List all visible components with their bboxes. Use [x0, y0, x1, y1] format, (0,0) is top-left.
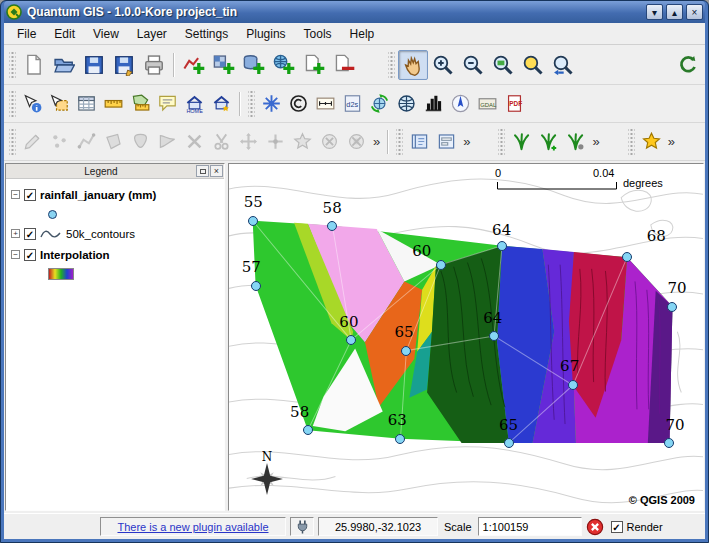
legend-layer-1[interactable]: −✓rainfall_january (mm)	[8, 184, 222, 205]
form-annotation-icon[interactable]	[433, 128, 460, 155]
minimize-button[interactable]: ▾	[646, 4, 663, 20]
zoom-last-icon[interactable]	[548, 50, 578, 80]
menu-file[interactable]: File	[8, 24, 45, 44]
identify-icon[interactable]	[19, 90, 46, 117]
titlebar[interactable]: Quantum GIS - 1.0.0-Kore project_tin ▾ ▴…	[4, 1, 705, 23]
render-checkbox[interactable]: ✓	[611, 521, 623, 533]
menu-tools[interactable]: Tools	[295, 24, 341, 44]
zoom-in-icon[interactable]	[428, 50, 458, 80]
ogr-converter-icon[interactable]	[366, 90, 393, 117]
toolbar-drag-handle[interactable]	[628, 129, 635, 155]
print-icon[interactable]	[139, 50, 169, 80]
select-features-icon[interactable]	[46, 90, 73, 117]
layer-visibility-checkbox[interactable]: ✓	[24, 189, 36, 201]
gdal-tools-icon[interactable]: GDAL	[474, 90, 501, 117]
panel-close-button[interactable]	[210, 165, 223, 177]
capture-polygon-icon[interactable]	[100, 128, 127, 155]
menu-plugins[interactable]: Plugins	[237, 24, 294, 44]
layer-visibility-checkbox[interactable]: ✓	[24, 249, 36, 261]
quick-print-icon[interactable]: PDF	[501, 90, 528, 117]
zoom-selection-icon[interactable]	[518, 50, 548, 80]
raster-histogram-icon[interactable]	[420, 90, 447, 117]
zoom-out-icon[interactable]	[458, 50, 488, 80]
simplify-feature-icon[interactable]	[289, 128, 316, 155]
refresh-map-icon[interactable]	[673, 50, 703, 80]
measure-area-icon[interactable]	[127, 90, 154, 117]
add-vector-layer-icon[interactable]	[179, 50, 209, 80]
menu-edit[interactable]: Edit	[45, 24, 84, 44]
toolbar-drag-handle[interactable]	[9, 91, 16, 117]
scale-bar-plugin-icon[interactable]	[312, 90, 339, 117]
toggle-editing-icon[interactable]	[19, 128, 46, 155]
toolbar-drag-handle[interactable]	[396, 129, 403, 155]
move-feature-icon[interactable]	[127, 128, 154, 155]
plugin-indicator-button[interactable]	[290, 517, 314, 536]
remove-layer-icon[interactable]	[329, 50, 359, 80]
menu-help[interactable]: Help	[341, 24, 384, 44]
delete-selected-icon[interactable]	[181, 128, 208, 155]
zoom-full-icon[interactable]	[488, 50, 518, 80]
grass-new-mapset-icon[interactable]	[535, 128, 562, 155]
delete-ring-icon[interactable]	[316, 128, 343, 155]
attribute-table-icon[interactable]	[73, 90, 100, 117]
plug-icon	[295, 519, 310, 534]
legend-panel: Legend −✓rainfall_january (mm)+✓50k_cont…	[5, 163, 225, 511]
measure-line-icon[interactable]	[100, 90, 127, 117]
tree-expander-icon[interactable]: −	[11, 250, 20, 259]
stop-render-button[interactable]	[586, 516, 607, 537]
toolbar-drag-handle[interactable]	[9, 129, 16, 155]
tree-expander-icon[interactable]: +	[11, 229, 20, 238]
split-features-icon[interactable]	[154, 128, 181, 155]
copyright-label-icon[interactable]	[285, 90, 312, 117]
save-project-as-icon[interactable]	[109, 50, 139, 80]
show-bookmarks-icon[interactable]	[208, 90, 235, 117]
dxf2shp-icon[interactable]: d2s	[339, 90, 366, 117]
menu-layer[interactable]: Layer	[128, 24, 176, 44]
menu-settings[interactable]: Settings	[176, 24, 237, 44]
graticule-builder-icon[interactable]	[258, 90, 285, 117]
capture-line-icon[interactable]	[73, 128, 100, 155]
add-postgis-layer-icon[interactable]	[239, 50, 269, 80]
plugin-installer-icon[interactable]	[393, 90, 420, 117]
scale-input[interactable]	[478, 517, 582, 536]
save-project-icon[interactable]	[79, 50, 109, 80]
new-project-icon[interactable]	[19, 50, 49, 80]
node-tool-icon[interactable]	[262, 128, 289, 155]
tree-expander-icon[interactable]: −	[11, 190, 20, 199]
maximize-button[interactable]: ▴	[666, 4, 683, 20]
new-plugin-link[interactable]: There is a new plugin available	[100, 517, 286, 536]
toolbar-overflow-icon[interactable]: »	[460, 134, 473, 149]
close-button[interactable]: ×	[686, 4, 703, 20]
panel-float-button[interactable]	[196, 165, 209, 177]
grass-tools-icon[interactable]	[562, 128, 589, 155]
legend-layer-3[interactable]: −✓Interpolation	[8, 244, 222, 265]
toolbar-overflow-icon[interactable]: »	[589, 134, 602, 149]
move-vertex-icon[interactable]	[235, 128, 262, 155]
add-wms-layer-icon[interactable]	[269, 50, 299, 80]
layer-visibility-checkbox[interactable]: ✓	[24, 228, 36, 240]
favorites-star-icon[interactable]	[638, 128, 665, 155]
render-toggle[interactable]: ✓ Render	[611, 521, 663, 533]
toolbar-overflow-icon[interactable]: »	[665, 134, 678, 149]
delete-part-icon[interactable]	[343, 128, 370, 155]
text-annotation-icon[interactable]	[406, 128, 433, 155]
grass-open-mapset-icon[interactable]	[508, 128, 535, 155]
toolbar-drag-handle[interactable]	[9, 52, 16, 78]
toolbar-drag-handle[interactable]	[248, 91, 255, 117]
open-project-icon[interactable]	[49, 50, 79, 80]
menu-view[interactable]: View	[84, 24, 128, 44]
rainfall-point-label: 64	[483, 309, 502, 327]
toolbar-drag-handle[interactable]	[498, 129, 505, 155]
capture-point-icon[interactable]	[46, 128, 73, 155]
pan-map-icon[interactable]	[398, 50, 428, 80]
map-tips-icon[interactable]	[154, 90, 181, 117]
add-raster-layer-icon[interactable]	[209, 50, 239, 80]
legend-layer-2[interactable]: +✓50k_contours	[8, 223, 222, 244]
toolbar-drag-handle[interactable]	[388, 52, 395, 78]
new-vector-layer-icon[interactable]	[299, 50, 329, 80]
new-bookmark-icon[interactable]: HOME	[181, 90, 208, 117]
cut-features-icon[interactable]	[208, 128, 235, 155]
toolbar-overflow-icon[interactable]: »	[370, 134, 383, 149]
north-arrow-plugin-icon[interactable]	[447, 90, 474, 117]
map-canvas[interactable]: 0 0.04 degrees N © QGIS 2009 55586064685…	[228, 163, 704, 511]
